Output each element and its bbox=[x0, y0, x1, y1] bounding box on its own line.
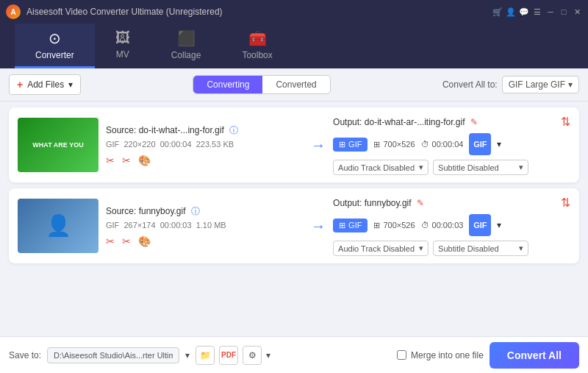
swap-icon[interactable]: ⇅ bbox=[561, 196, 570, 210]
arrow-icon: → bbox=[311, 218, 326, 235]
audio-dropdown-arrow: ▾ bbox=[419, 163, 423, 172]
convert-all-format-value: GIF Large GIF bbox=[509, 79, 565, 90]
convert-all-format-select[interactable]: GIF Large GIF ▾ bbox=[502, 76, 579, 93]
duration-icon: ⏱ bbox=[421, 140, 429, 149]
output-size: ⊞ 700×526 bbox=[373, 221, 415, 230]
window-controls: 🛒 👤 💬 ☰ ─ □ ✕ bbox=[492, 7, 582, 17]
file-item: 👤 Source: funnyboy.gif ⓘ GIF 267×174 00:… bbox=[9, 188, 579, 263]
save-path-dropdown-arrow[interactable]: ▾ bbox=[185, 350, 190, 360]
plus-icon: + bbox=[17, 79, 23, 90]
file-meta: GIF 267×174 00:00:03 1.10 MB bbox=[106, 221, 304, 230]
edit-filename-icon[interactable]: ✎ bbox=[470, 117, 478, 127]
output-format-badge: ⊞ GIF bbox=[333, 219, 368, 232]
file-info: Source: funnyboy.gif ⓘ GIF 267×174 00:00… bbox=[106, 205, 304, 247]
shopping-icon[interactable]: 🛒 bbox=[492, 7, 503, 17]
close-button[interactable]: ✕ bbox=[572, 7, 582, 17]
settings-dropdown-arrow[interactable]: ▾ bbox=[266, 350, 270, 360]
file-dimensions: 267×174 bbox=[123, 221, 155, 230]
tab-converted[interactable]: Converted bbox=[262, 76, 329, 93]
duration-icon: ⏱ bbox=[421, 221, 429, 230]
format-icon: ⊞ bbox=[339, 221, 345, 230]
minimize-button[interactable]: ─ bbox=[545, 7, 556, 17]
file-meta: GIF 220×220 00:00:04 223.53 KB bbox=[106, 140, 304, 149]
cut-icon[interactable]: ✂ bbox=[122, 154, 131, 166]
subtitle-dropdown-arrow: ▾ bbox=[519, 163, 523, 172]
file-source: Source: do-it-what-...ing-for.gif ⓘ bbox=[106, 124, 304, 137]
gif-settings-button[interactable]: GIF bbox=[469, 214, 491, 236]
main-toolbar: + Add Files ▾ Converting Converted Conve… bbox=[0, 68, 588, 102]
arrow-icon: → bbox=[311, 137, 326, 154]
pdf-icon-btn[interactable]: PDF bbox=[219, 346, 238, 365]
tab-collage[interactable]: ⬛ Collage bbox=[151, 24, 222, 68]
converting-converted-tabs: Converting Converted bbox=[193, 75, 330, 94]
settings-icon[interactable]: ✂ bbox=[106, 154, 115, 166]
status-icons: 📁 PDF ⚙ ▾ bbox=[196, 346, 270, 365]
tab-converting[interactable]: Converting bbox=[193, 76, 262, 93]
audio-track-select[interactable]: Audio Track Disabled ▾ bbox=[333, 160, 429, 175]
output-header: Output: funnyboy.gif ✎ ⇅ bbox=[333, 196, 570, 210]
tab-mv[interactable]: 🖼 MV bbox=[95, 24, 151, 68]
file-actions: ✂ ✂ 🎨 bbox=[106, 154, 304, 166]
gif-dropdown-arrow[interactable]: ▾ bbox=[497, 220, 501, 230]
info-icon[interactable]: ⓘ bbox=[191, 206, 200, 216]
output-duration: ⏱ 00:00:04 bbox=[421, 140, 464, 149]
audio-track-select[interactable]: Audio Track Disabled ▾ bbox=[333, 241, 429, 256]
mv-icon: 🖼 bbox=[115, 29, 130, 46]
add-files-button[interactable]: + Add Files ▾ bbox=[9, 74, 81, 95]
gif-settings-button[interactable]: GIF bbox=[469, 133, 491, 155]
edit-filename-icon[interactable]: ✎ bbox=[417, 198, 424, 208]
convert-all-dropdown-arrow: ▾ bbox=[568, 79, 573, 90]
swap-icon[interactable]: ⇅ bbox=[561, 115, 570, 129]
settings-icon[interactable]: ✂ bbox=[106, 235, 115, 247]
save-to-label: Save to: bbox=[9, 350, 41, 360]
tab-toolbox-label: Toolbox bbox=[242, 50, 272, 60]
title-bar: A Aiseesoft Video Converter Ultimate (Un… bbox=[0, 0, 588, 24]
convert-all-to-section: Convert All to: GIF Large GIF ▾ bbox=[442, 76, 579, 93]
source-label: Source: do-it-what-...ing-for.gif bbox=[106, 125, 224, 135]
file-actions: ✂ ✂ 🎨 bbox=[106, 235, 304, 247]
format-label: GIF bbox=[348, 140, 362, 149]
output-section: Output: do-it-what-ar-...iting-for.gif ✎… bbox=[333, 115, 570, 175]
add-files-label: Add Files bbox=[27, 79, 64, 90]
palette-icon[interactable]: 🎨 bbox=[138, 154, 151, 166]
maximize-button[interactable]: □ bbox=[559, 7, 569, 17]
format-label: GIF bbox=[348, 221, 362, 230]
size-icon: ⊞ bbox=[373, 221, 380, 230]
output-format-row: ⊞ GIF ⊞ 700×526 ⏱ 00:00:04 GIF ▾ bbox=[333, 133, 570, 155]
info-icon[interactable]: ⓘ bbox=[229, 125, 238, 135]
file-format: GIF bbox=[106, 221, 119, 230]
output-header: Output: do-it-what-ar-...iting-for.gif ✎… bbox=[333, 115, 570, 129]
audio-dropdown-arrow: ▾ bbox=[419, 244, 423, 253]
collage-icon: ⬛ bbox=[177, 29, 196, 47]
files-list: WHAT ARE YOU Source: do-it-what-...ing-f… bbox=[0, 102, 588, 269]
convert-all-button[interactable]: Convert All bbox=[490, 342, 579, 369]
output-filename: Output: funnyboy.gif ✎ bbox=[333, 198, 424, 208]
converter-icon: ⊙ bbox=[49, 29, 61, 47]
cut-icon[interactable]: ✂ bbox=[122, 235, 131, 247]
menu-icon[interactable]: ☰ bbox=[532, 7, 542, 17]
folder-icon-btn[interactable]: 📁 bbox=[196, 346, 215, 365]
size-icon: ⊞ bbox=[373, 140, 380, 149]
add-files-dropdown-arrow[interactable]: ▾ bbox=[68, 79, 73, 90]
file-format: GIF bbox=[106, 140, 119, 149]
merge-checkbox[interactable] bbox=[397, 350, 406, 360]
file-source: Source: funnyboy.gif ⓘ bbox=[106, 205, 304, 218]
settings-icon-btn[interactable]: ⚙ bbox=[243, 346, 262, 365]
palette-icon[interactable]: 🎨 bbox=[138, 235, 151, 247]
subtitle-select[interactable]: Subtitle Disabled ▾ bbox=[433, 160, 528, 175]
output-duration: ⏱ 00:00:03 bbox=[421, 221, 464, 230]
track-subtitle-row: Audio Track Disabled ▾ Subtitle Disabled… bbox=[333, 241, 570, 256]
tab-converter[interactable]: ⊙ Converter bbox=[15, 24, 95, 68]
gif-dropdown-arrow[interactable]: ▾ bbox=[497, 139, 501, 149]
account-icon[interactable]: 👤 bbox=[506, 7, 516, 17]
save-path-input[interactable] bbox=[47, 347, 179, 363]
app-logo: A bbox=[6, 4, 21, 19]
subtitle-select[interactable]: Subtitle Disabled ▾ bbox=[433, 241, 528, 256]
message-icon[interactable]: 💬 bbox=[519, 7, 529, 17]
nav-tabs: ⊙ Converter 🖼 MV ⬛ Collage 🧰 Toolbox bbox=[0, 24, 588, 68]
tab-toolbox[interactable]: 🧰 Toolbox bbox=[221, 24, 293, 68]
merge-label: Merge into one file bbox=[411, 350, 484, 360]
output-format-row: ⊞ GIF ⊞ 700×526 ⏱ 00:00:03 GIF ▾ bbox=[333, 214, 570, 236]
source-label: Source: funnyboy.gif bbox=[106, 206, 186, 216]
file-info: Source: do-it-what-...ing-for.gif ⓘ GIF … bbox=[106, 124, 304, 166]
